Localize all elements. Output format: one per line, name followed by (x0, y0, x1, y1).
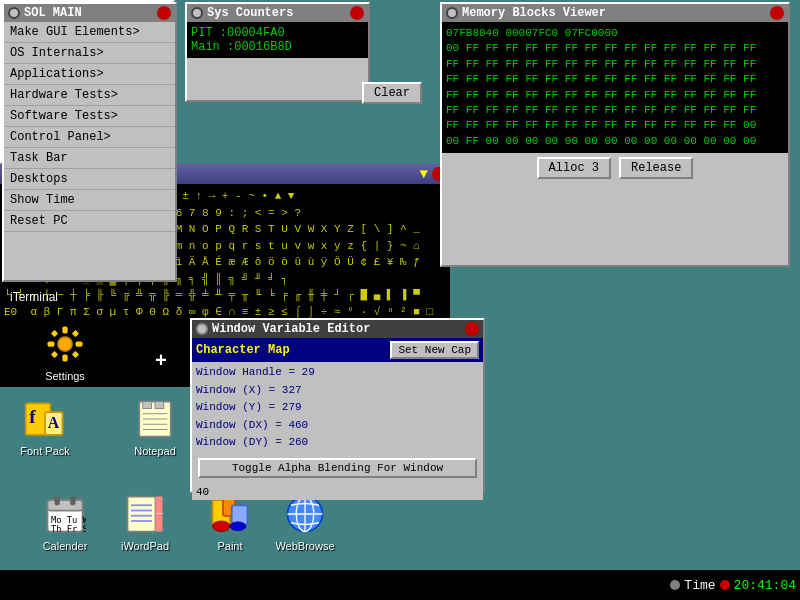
svg-point-0 (58, 337, 72, 351)
sys-counters-window: Sys Counters PIT :00004FA0 Main :00016B8… (185, 2, 370, 102)
settings-label: Settings (45, 370, 85, 382)
notepad-icon-svg (134, 398, 176, 440)
svg-rect-23 (70, 497, 75, 506)
sys-counters-titlebar: Sys Counters (187, 4, 368, 22)
notepad-label: Notepad (134, 445, 176, 457)
toggle-alpha-button[interactable]: Toggle Alpha Blending For Window (198, 458, 477, 478)
release-button[interactable]: Release (619, 157, 693, 179)
mem-data-row: FF FF FF FF FF FF FF FF FF FF FF FF FF F… (446, 103, 784, 118)
font-pack-icon-container[interactable]: f A Font Pack (10, 395, 80, 457)
svg-rect-7 (51, 351, 58, 358)
svg-rect-15 (155, 402, 164, 409)
font-pack-icon-svg: f A (24, 398, 66, 440)
svg-rect-5 (51, 330, 58, 337)
svg-rect-1 (62, 327, 67, 334)
plus-icon: + (155, 350, 167, 373)
sys-counters-title: Sys Counters (207, 6, 293, 20)
svg-rect-8 (72, 351, 79, 358)
set-new-cap-button[interactable]: Set New Cap (390, 341, 479, 359)
settings-icon-svg (44, 323, 86, 365)
mem-data-row: FF FF FF FF FF FF FF FF FF FF FF FF FF F… (446, 88, 784, 103)
var-fields: Window Handle = 29Window (X) = 327Window… (192, 362, 483, 454)
mem-viewer-title: Memory Blocks Viewer (462, 6, 606, 20)
taskbar: Time 20:41:04 (0, 570, 800, 600)
char-map-scroll-indicator: ▼ (420, 166, 428, 182)
win-var-radio (196, 323, 208, 335)
win-var-editor-header: Character Map Set New Cap (192, 338, 483, 362)
settings-icon (41, 320, 89, 368)
webbrowse-label: WebBrowse (275, 540, 334, 552)
alloc-button[interactable]: Alloc 3 (537, 157, 611, 179)
mem-data-row: FF FF FF FF FF FF FF FF FF FF FF FF FF F… (446, 72, 784, 87)
sol-main-menu-item[interactable]: Hardware Tests> (4, 85, 175, 106)
sol-main-radio (8, 7, 20, 19)
sol-main-menu-item[interactable]: Reset PC (4, 211, 175, 232)
mem-data-row: 00 FF FF FF FF FF FF FF FF FF FF FF FF F… (446, 41, 784, 56)
mem-viewer-content: 07FB8040 00007FC0 07FC000000 FF FF FF FF… (442, 22, 788, 153)
var-field-row: Window (Y) = 279 (196, 399, 479, 417)
time-dot-gray (670, 580, 680, 590)
mem-data-row: FF FF FF FF FF FF FF FF FF FF FF FF FF F… (446, 57, 784, 72)
sol-main-menu-item[interactable]: Applications> (4, 64, 175, 85)
win-var-editor-window: Window Variable Editor Character Map Set… (190, 318, 485, 493)
calender-icon-svg: Mo Tu We Th Fr Sa (44, 493, 86, 535)
mem-viewer-buttons: Alloc 3 Release (442, 153, 788, 183)
calender-icon: Mo Tu We Th Fr Sa (41, 490, 89, 538)
clear-button[interactable]: Clear (362, 82, 422, 104)
sol-main-menu-item[interactable]: Task Bar (4, 148, 175, 169)
var-field-row: Window (X) = 327 (196, 382, 479, 400)
iwordpad-icon: i (121, 490, 169, 538)
sol-main-titlebar: SOL MAIN (4, 4, 175, 22)
sol-main-menu-item[interactable]: Make GUI Elements> (4, 22, 175, 43)
time-label: Time (684, 578, 715, 593)
notepad-icon-container[interactable]: Notepad (120, 395, 190, 457)
mem-viewer-window: Memory Blocks Viewer 07FB8040 00007FC0 0… (440, 2, 790, 267)
mem-viewer-close[interactable] (770, 6, 784, 20)
font-pack-label: Font Pack (20, 445, 70, 457)
sol-main-menu: Make GUI Elements>OS Internals>Applicati… (4, 22, 175, 232)
svg-rect-2 (62, 355, 67, 362)
paint-label: Paint (217, 540, 242, 552)
time-display: Time 20:41:04 (670, 578, 796, 593)
mem-data-row: 00 FF 00 00 00 00 00 00 00 00 00 00 00 0… (446, 134, 784, 149)
win-var-editor-titlebar: Window Variable Editor (192, 320, 483, 338)
calender-icon-container[interactable]: Mo Tu We Th Fr Sa Calender (30, 490, 100, 552)
sys-counters-content: PIT :00004FA0 Main :00016B8D (187, 22, 368, 58)
mem-viewer-titlebar: Memory Blocks Viewer (442, 4, 788, 22)
toggle-btn-container: Toggle Alpha Blending For Window (192, 454, 483, 484)
svg-rect-4 (76, 341, 83, 346)
settings-icon-container[interactable]: Settings (30, 320, 100, 382)
sol-main-window: SOL MAIN Make GUI Elements>OS Internals>… (2, 2, 177, 282)
char-map-row: └ ┴ ┬ ├ ─ ┼ ╞ ╟ ╚ ╔ ╩ ╦ ╠ ═ ╬ ╧ ╨ ╤ ╥ ╙ … (4, 287, 446, 304)
sys-counters-close[interactable] (350, 6, 364, 20)
sol-main-menu-item[interactable]: Show Time (4, 190, 175, 211)
time-dot-red (720, 580, 730, 590)
sol-main-close[interactable] (157, 6, 171, 20)
sys-counters-radio (191, 7, 203, 19)
svg-text:A: A (48, 414, 60, 431)
iwordpad-icon-container[interactable]: i iWordPad (110, 490, 180, 552)
mem-header-row: 07FB8040 00007FC0 07FC0000 (446, 26, 784, 41)
svg-text:f: f (29, 406, 36, 427)
svg-rect-14 (143, 402, 152, 409)
svg-rect-6 (72, 330, 79, 337)
mem-viewer-radio (446, 7, 458, 19)
time-value: 20:41:04 (734, 578, 796, 593)
svg-rect-21 (48, 500, 83, 511)
svg-text:Th Fr Sa: Th Fr Sa (51, 524, 86, 534)
calender-label: Calender (43, 540, 88, 552)
sol-main-title: SOL MAIN (24, 6, 82, 20)
sol-main-menu-item[interactable]: OS Internals> (4, 43, 175, 64)
svg-rect-3 (48, 341, 55, 346)
sol-main-menu-item[interactable]: Desktops (4, 169, 175, 190)
sol-main-menu-item[interactable]: Software Tests> (4, 106, 175, 127)
var-field-row: Window Handle = 29 (196, 364, 479, 382)
win-var-editor-close[interactable] (465, 322, 479, 336)
var-field-row: Window (DX) = 460 (196, 417, 479, 435)
notepad-icon (131, 395, 179, 443)
sol-main-menu-item[interactable]: Control Panel> (4, 127, 175, 148)
svg-point-36 (213, 521, 231, 532)
font-pack-icon: f A (21, 395, 69, 443)
sys-counters-pit: PIT :00004FA0 (191, 26, 364, 40)
iterminal-label: iTerminal (10, 290, 58, 304)
